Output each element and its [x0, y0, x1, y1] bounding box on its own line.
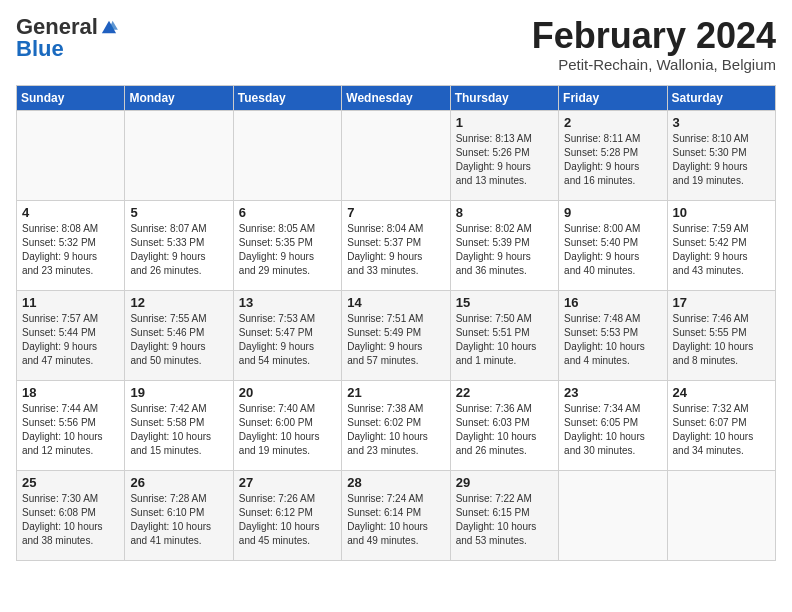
calendar-cell: 19Sunrise: 7:42 AM Sunset: 5:58 PM Dayli… [125, 380, 233, 470]
day-number: 18 [22, 385, 119, 400]
calendar-week-row: 18Sunrise: 7:44 AM Sunset: 5:56 PM Dayli… [17, 380, 776, 470]
cell-content: Sunrise: 7:38 AM Sunset: 6:02 PM Dayligh… [347, 402, 444, 458]
location-title: Petit-Rechain, Wallonia, Belgium [532, 56, 776, 73]
calendar-body: 1Sunrise: 8:13 AM Sunset: 5:26 PM Daylig… [17, 110, 776, 560]
calendar-cell: 7Sunrise: 8:04 AM Sunset: 5:37 PM Daylig… [342, 200, 450, 290]
cell-content: Sunrise: 7:24 AM Sunset: 6:14 PM Dayligh… [347, 492, 444, 548]
logo: General Blue [16, 16, 118, 60]
logo-general-text: General [16, 16, 98, 38]
calendar-cell: 4Sunrise: 8:08 AM Sunset: 5:32 PM Daylig… [17, 200, 125, 290]
calendar-cell: 24Sunrise: 7:32 AM Sunset: 6:07 PM Dayli… [667, 380, 775, 470]
cell-content: Sunrise: 7:36 AM Sunset: 6:03 PM Dayligh… [456, 402, 553, 458]
calendar-cell: 10Sunrise: 7:59 AM Sunset: 5:42 PM Dayli… [667, 200, 775, 290]
title-area: February 2024 Petit-Rechain, Wallonia, B… [532, 16, 776, 73]
cell-content: Sunrise: 7:32 AM Sunset: 6:07 PM Dayligh… [673, 402, 770, 458]
cell-content: Sunrise: 7:51 AM Sunset: 5:49 PM Dayligh… [347, 312, 444, 368]
day-number: 4 [22, 205, 119, 220]
calendar-cell: 2Sunrise: 8:11 AM Sunset: 5:28 PM Daylig… [559, 110, 667, 200]
calendar-cell: 16Sunrise: 7:48 AM Sunset: 5:53 PM Dayli… [559, 290, 667, 380]
cell-content: Sunrise: 7:50 AM Sunset: 5:51 PM Dayligh… [456, 312, 553, 368]
calendar-cell: 3Sunrise: 8:10 AM Sunset: 5:30 PM Daylig… [667, 110, 775, 200]
day-number: 16 [564, 295, 661, 310]
day-number: 28 [347, 475, 444, 490]
day-number: 22 [456, 385, 553, 400]
cell-content: Sunrise: 7:55 AM Sunset: 5:46 PM Dayligh… [130, 312, 227, 368]
calendar-header-row: SundayMondayTuesdayWednesdayThursdayFrid… [17, 85, 776, 110]
calendar-cell: 22Sunrise: 7:36 AM Sunset: 6:03 PM Dayli… [450, 380, 558, 470]
day-number: 5 [130, 205, 227, 220]
day-header-tuesday: Tuesday [233, 85, 341, 110]
day-number: 25 [22, 475, 119, 490]
day-number: 13 [239, 295, 336, 310]
day-header-monday: Monday [125, 85, 233, 110]
day-number: 21 [347, 385, 444, 400]
day-number: 24 [673, 385, 770, 400]
calendar-cell [17, 110, 125, 200]
calendar-cell [559, 470, 667, 560]
calendar-cell: 25Sunrise: 7:30 AM Sunset: 6:08 PM Dayli… [17, 470, 125, 560]
day-header-wednesday: Wednesday [342, 85, 450, 110]
calendar-week-row: 25Sunrise: 7:30 AM Sunset: 6:08 PM Dayli… [17, 470, 776, 560]
day-number: 17 [673, 295, 770, 310]
month-title: February 2024 [532, 16, 776, 56]
cell-content: Sunrise: 7:44 AM Sunset: 5:56 PM Dayligh… [22, 402, 119, 458]
day-number: 29 [456, 475, 553, 490]
cell-content: Sunrise: 8:08 AM Sunset: 5:32 PM Dayligh… [22, 222, 119, 278]
cell-content: Sunrise: 8:10 AM Sunset: 5:30 PM Dayligh… [673, 132, 770, 188]
cell-content: Sunrise: 7:22 AM Sunset: 6:15 PM Dayligh… [456, 492, 553, 548]
calendar-cell: 18Sunrise: 7:44 AM Sunset: 5:56 PM Dayli… [17, 380, 125, 470]
calendar-cell: 20Sunrise: 7:40 AM Sunset: 6:00 PM Dayli… [233, 380, 341, 470]
cell-content: Sunrise: 7:34 AM Sunset: 6:05 PM Dayligh… [564, 402, 661, 458]
day-header-sunday: Sunday [17, 85, 125, 110]
calendar-week-row: 1Sunrise: 8:13 AM Sunset: 5:26 PM Daylig… [17, 110, 776, 200]
calendar-week-row: 11Sunrise: 7:57 AM Sunset: 5:44 PM Dayli… [17, 290, 776, 380]
cell-content: Sunrise: 8:05 AM Sunset: 5:35 PM Dayligh… [239, 222, 336, 278]
cell-content: Sunrise: 7:40 AM Sunset: 6:00 PM Dayligh… [239, 402, 336, 458]
day-number: 26 [130, 475, 227, 490]
day-number: 27 [239, 475, 336, 490]
cell-content: Sunrise: 7:48 AM Sunset: 5:53 PM Dayligh… [564, 312, 661, 368]
day-number: 12 [130, 295, 227, 310]
calendar-cell: 12Sunrise: 7:55 AM Sunset: 5:46 PM Dayli… [125, 290, 233, 380]
cell-content: Sunrise: 7:26 AM Sunset: 6:12 PM Dayligh… [239, 492, 336, 548]
day-number: 23 [564, 385, 661, 400]
day-number: 2 [564, 115, 661, 130]
day-number: 9 [564, 205, 661, 220]
cell-content: Sunrise: 8:11 AM Sunset: 5:28 PM Dayligh… [564, 132, 661, 188]
calendar-cell: 14Sunrise: 7:51 AM Sunset: 5:49 PM Dayli… [342, 290, 450, 380]
cell-content: Sunrise: 7:59 AM Sunset: 5:42 PM Dayligh… [673, 222, 770, 278]
cell-content: Sunrise: 8:00 AM Sunset: 5:40 PM Dayligh… [564, 222, 661, 278]
logo-blue-text: Blue [16, 38, 64, 60]
calendar-cell [125, 110, 233, 200]
calendar-cell: 23Sunrise: 7:34 AM Sunset: 6:05 PM Dayli… [559, 380, 667, 470]
day-number: 19 [130, 385, 227, 400]
day-number: 20 [239, 385, 336, 400]
day-number: 15 [456, 295, 553, 310]
cell-content: Sunrise: 8:13 AM Sunset: 5:26 PM Dayligh… [456, 132, 553, 188]
page-header: General Blue February 2024 Petit-Rechain… [16, 16, 776, 73]
day-number: 3 [673, 115, 770, 130]
cell-content: Sunrise: 8:04 AM Sunset: 5:37 PM Dayligh… [347, 222, 444, 278]
cell-content: Sunrise: 7:28 AM Sunset: 6:10 PM Dayligh… [130, 492, 227, 548]
calendar-cell: 11Sunrise: 7:57 AM Sunset: 5:44 PM Dayli… [17, 290, 125, 380]
day-header-saturday: Saturday [667, 85, 775, 110]
cell-content: Sunrise: 8:02 AM Sunset: 5:39 PM Dayligh… [456, 222, 553, 278]
cell-content: Sunrise: 7:46 AM Sunset: 5:55 PM Dayligh… [673, 312, 770, 368]
calendar-week-row: 4Sunrise: 8:08 AM Sunset: 5:32 PM Daylig… [17, 200, 776, 290]
cell-content: Sunrise: 7:53 AM Sunset: 5:47 PM Dayligh… [239, 312, 336, 368]
calendar-cell: 5Sunrise: 8:07 AM Sunset: 5:33 PM Daylig… [125, 200, 233, 290]
cell-content: Sunrise: 7:42 AM Sunset: 5:58 PM Dayligh… [130, 402, 227, 458]
calendar-cell: 26Sunrise: 7:28 AM Sunset: 6:10 PM Dayli… [125, 470, 233, 560]
day-number: 1 [456, 115, 553, 130]
day-number: 7 [347, 205, 444, 220]
calendar-cell [667, 470, 775, 560]
cell-content: Sunrise: 8:07 AM Sunset: 5:33 PM Dayligh… [130, 222, 227, 278]
calendar-table: SundayMondayTuesdayWednesdayThursdayFrid… [16, 85, 776, 561]
calendar-cell: 1Sunrise: 8:13 AM Sunset: 5:26 PM Daylig… [450, 110, 558, 200]
day-number: 8 [456, 205, 553, 220]
calendar-cell [342, 110, 450, 200]
calendar-cell: 29Sunrise: 7:22 AM Sunset: 6:15 PM Dayli… [450, 470, 558, 560]
day-number: 10 [673, 205, 770, 220]
day-header-friday: Friday [559, 85, 667, 110]
calendar-cell: 27Sunrise: 7:26 AM Sunset: 6:12 PM Dayli… [233, 470, 341, 560]
